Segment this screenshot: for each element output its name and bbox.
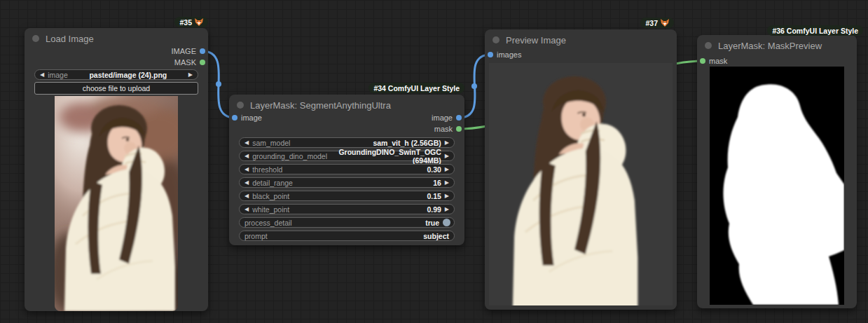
link-midpoint-dot <box>471 83 477 89</box>
collapse-dot-icon[interactable] <box>492 36 500 43</box>
node-badge: #36 ComfyUI Layer Style <box>767 25 863 36</box>
prev-arrow-icon[interactable]: ◀ <box>244 191 249 201</box>
input-images: images <box>485 50 521 60</box>
prev-arrow-icon[interactable]: ◀ <box>244 204 249 214</box>
output-IMAGE: IMAGE <box>172 46 208 56</box>
node-title: LayerMask: MaskPreview <box>718 41 822 51</box>
loaded-image-preview[interactable] <box>55 96 178 311</box>
image-output-port[interactable] <box>200 48 205 54</box>
node-mask-preview[interactable]: LayerMask: MaskPreview mask <box>697 35 857 308</box>
widget-threshold[interactable]: ◀ threshold 0.30 ▶ <box>239 164 455 174</box>
widget-black-point[interactable]: ◀ black_point 0.15 ▶ <box>239 191 455 201</box>
output-mask: mask <box>434 124 464 134</box>
next-arrow-icon[interactable]: ▶ <box>445 177 449 188</box>
prev-arrow-icon[interactable]: ◀ <box>244 137 249 148</box>
prev-arrow-icon[interactable]: ◀ <box>244 164 249 174</box>
node-title-bar[interactable]: LayerMask: SegmentAnythingUltra <box>229 95 464 116</box>
node-preview-image[interactable]: Preview Image images <box>485 29 677 310</box>
photo-woman-segmented <box>489 63 673 305</box>
photo-woman-autumn <box>55 96 178 311</box>
node-title: LayerMask: SegmentAnythingUltra <box>250 100 391 111</box>
node-badge: #35 <box>174 17 208 27</box>
node-badge: #34 ComfyUI Layer Style <box>368 83 464 93</box>
output-MASK: MASK <box>174 57 208 67</box>
input-mask: mask <box>697 56 727 66</box>
collapse-dot-icon[interactable] <box>237 102 244 109</box>
prev-arrow-icon[interactable]: ◀ <box>244 151 249 161</box>
widget-grounding-dino-model[interactable]: ◀ grounding_dino_model GroundingDINO_Swi… <box>239 151 455 161</box>
graph-canvas[interactable]: #35 Load Image IMAGE MASK ◀ image pasted… <box>0 0 868 323</box>
link-midpoint-dot <box>216 81 221 87</box>
image-output-port[interactable] <box>456 115 462 121</box>
segmented-image-preview[interactable] <box>489 63 673 305</box>
prev-arrow-icon[interactable]: ◀ <box>40 69 44 80</box>
collapse-dot-icon[interactable] <box>32 35 39 42</box>
output-image: image <box>432 113 464 123</box>
next-arrow-icon[interactable]: ▶ <box>445 191 449 201</box>
next-arrow-icon[interactable]: ▶ <box>445 164 449 174</box>
mask-output-port[interactable] <box>200 60 205 65</box>
node-title: Load Image <box>46 34 94 44</box>
node-title: Preview Image <box>506 35 566 46</box>
next-arrow-icon[interactable]: ▶ <box>188 69 193 80</box>
collapse-dot-icon[interactable] <box>705 42 712 49</box>
fox-icon <box>661 19 669 27</box>
widget-prompt[interactable]: prompt subject <box>239 231 455 241</box>
mask-silhouette <box>710 67 844 305</box>
node-segment-anything-ultra[interactable]: LayerMask: SegmentAnythingUltra image im… <box>229 95 464 245</box>
image-input-port[interactable] <box>232 115 237 121</box>
fox-icon <box>195 18 203 26</box>
node-title-bar[interactable]: LayerMask: MaskPreview <box>697 35 857 56</box>
input-image: image <box>229 113 262 123</box>
widget-white-point[interactable]: ◀ white_point 0.99 ▶ <box>239 204 455 214</box>
next-arrow-icon[interactable]: ▶ <box>445 151 449 161</box>
next-arrow-icon[interactable]: ▶ <box>445 137 449 148</box>
widget-image-combo[interactable]: ◀ image pasted/image (24).png ▶ <box>34 69 198 80</box>
mask-input-port[interactable] <box>700 58 705 64</box>
mask-image-preview[interactable] <box>710 67 844 305</box>
widget-detail-range[interactable]: ◀ detail_range 16 ▶ <box>239 177 455 188</box>
widget-sam-model[interactable]: ◀ sam_model sam_vit_h (2.56GB) ▶ <box>239 137 455 148</box>
mask-output-port[interactable] <box>456 126 462 132</box>
image-input-port[interactable] <box>488 52 493 57</box>
choose-file-button[interactable]: choose file to upload <box>34 82 198 95</box>
node-badge: #37 <box>640 18 674 28</box>
node-load-image[interactable]: Load Image IMAGE MASK ◀ image pasted/ima… <box>25 28 208 311</box>
node-title-bar[interactable]: Preview Image <box>485 29 677 50</box>
prev-arrow-icon[interactable]: ◀ <box>244 177 249 188</box>
widget-process-detail[interactable]: process_detail true <box>239 217 455 228</box>
next-arrow-icon[interactable]: ▶ <box>445 204 449 214</box>
toggle-icon[interactable] <box>443 219 450 226</box>
